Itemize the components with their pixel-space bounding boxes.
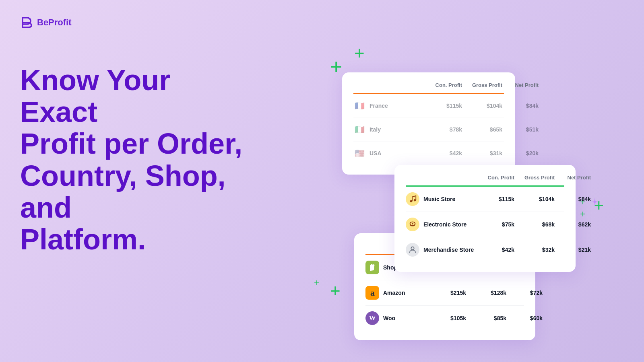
avatar-merchandise [406, 243, 419, 257]
platform-row-woo: W Woo $105k $85k $60k [365, 306, 524, 331]
country-france-gross: $104k [462, 103, 502, 109]
country-usa-net: $20k [502, 150, 539, 156]
country-row-france: 🇫🇷 France $115k $104k $84k [353, 94, 504, 118]
platform-amazon-name: Amazon [383, 290, 405, 296]
platform-row-amazon: a Amazon $215k $128k $72k [365, 280, 524, 306]
country-col-gross: Gross Profit [462, 82, 502, 88]
store-electronic-con: $75k [478, 221, 514, 228]
platform-woo-label: W Woo [365, 311, 430, 325]
store-electronic-net: $62k [555, 221, 591, 228]
cards-area: Con. Profit Gross Profit Net Profit 🇫🇷 F… [342, 52, 624, 318]
country-col-net: Net Profit [502, 82, 539, 88]
store-table-header: Con. Profit Gross Profit Net Profit [406, 175, 564, 187]
brand-name: BeProfit [37, 17, 72, 28]
country-italy-gross: $65k [462, 126, 502, 133]
store-music-gross: $104k [514, 196, 555, 202]
store-music-name: Music Store [423, 196, 455, 202]
country-france-con: $115k [426, 103, 462, 109]
flag-france: 🇫🇷 [353, 100, 365, 112]
platform-woo-gross: $85k [466, 315, 506, 321]
store-electronic-gross: $68k [514, 221, 555, 228]
svg-point-4 [411, 247, 414, 250]
store-row-merchandise: Merchandise Store $42k $32k $21k [406, 237, 564, 262]
store-music-label: Music Store [406, 192, 478, 206]
platform-woo-con: $105k [430, 315, 466, 321]
store-merchandise-name: Merchandise Store [423, 247, 474, 253]
country-col-con: Con. Profit [426, 82, 462, 88]
beprofit-logo-icon [20, 16, 33, 29]
amazon-icon: a [365, 286, 379, 300]
store-col-net: Net Profit [555, 175, 591, 181]
platform-amazon-label: a Amazon [365, 286, 430, 300]
country-france-name: France [369, 103, 388, 109]
store-col-gross: Gross Profit [514, 175, 555, 181]
country-usa-name: USA [369, 150, 382, 156]
store-merchandise-con: $42k [478, 247, 514, 253]
store-card: Con. Profit Gross Profit Net Profit Musi… [394, 165, 576, 272]
svg-point-3 [412, 223, 413, 224]
country-card: Con. Profit Gross Profit Net Profit 🇫🇷 F… [342, 72, 515, 175]
deco-plus-5: + [314, 278, 320, 288]
country-row-usa: 🇺🇸 USA $42k $31k $20k [353, 142, 504, 165]
deco-plus-6: + [330, 282, 341, 300]
country-italy-name: Italy [369, 126, 381, 133]
country-row-italy: 🇮🇹 Italy $78k $65k $51k [353, 118, 504, 142]
country-italy-net: $51k [502, 126, 539, 133]
flag-italy: 🇮🇹 [353, 123, 365, 136]
country-usa-label: 🇺🇸 USA [353, 147, 426, 159]
country-usa-con: $42k [426, 150, 462, 156]
hero-section: Know Your Exact Profit per Order, Countr… [20, 64, 254, 255]
country-france-label: 🇫🇷 France [353, 100, 426, 112]
platform-amazon-gross: $128k [466, 290, 506, 296]
store-merchandise-net: $21k [555, 247, 591, 253]
store-music-net: $84k [555, 196, 591, 202]
store-row-music: Music Store $115k $104k $84k [406, 187, 564, 212]
platform-amazon-net: $72k [506, 290, 543, 296]
avatar-music [406, 192, 419, 206]
store-merchandise-label: Merchandise Store [406, 243, 478, 257]
store-col-name [406, 175, 478, 181]
woo-icon: W [365, 311, 379, 325]
store-electronic-label: Electronic Store [406, 218, 478, 231]
country-italy-label: 🇮🇹 Italy [353, 123, 426, 136]
country-usa-gross: $31k [462, 150, 502, 156]
avatar-electronic [406, 218, 419, 231]
country-table-header: Con. Profit Gross Profit Net Profit [353, 82, 504, 94]
country-france-net: $84k [502, 103, 539, 109]
header: BeProfit [20, 16, 72, 29]
country-col-name [353, 82, 426, 88]
hero-heading: Know Your Exact Profit per Order, Countr… [20, 64, 254, 255]
platform-amazon-con: $215k [430, 290, 466, 296]
store-merchandise-gross: $32k [514, 247, 555, 253]
platform-woo-name: Woo [383, 315, 395, 321]
store-col-con: Con. Profit [478, 175, 514, 181]
store-row-electronic: Electronic Store $75k $68k $62k [406, 212, 564, 237]
country-italy-con: $78k [426, 126, 462, 133]
store-electronic-name: Electronic Store [423, 221, 466, 228]
flag-usa: 🇺🇸 [353, 147, 365, 159]
shopify-icon [365, 261, 379, 274]
platform-woo-net: $60k [506, 315, 543, 321]
store-music-con: $115k [478, 196, 514, 202]
deco-plus-1: + [330, 56, 342, 77]
